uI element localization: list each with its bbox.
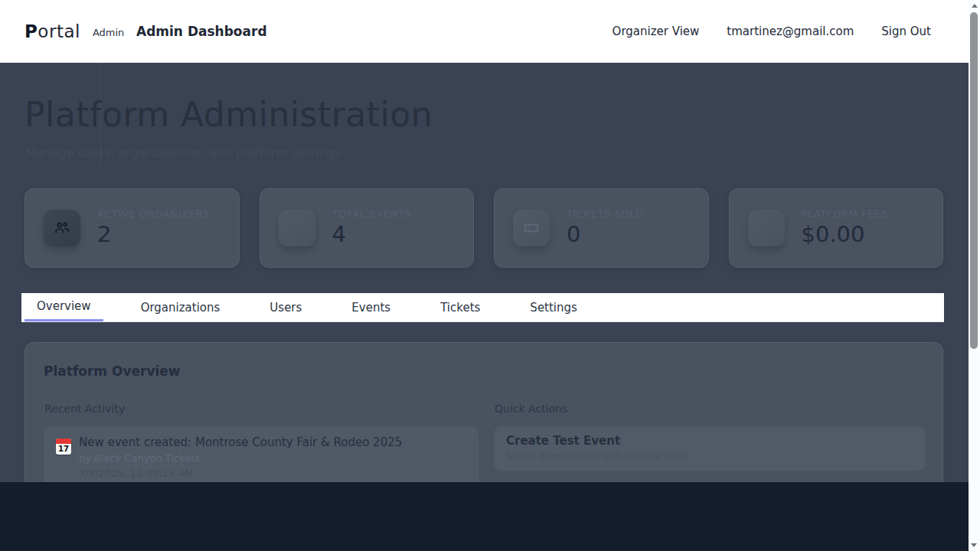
stat-card-platform-fees: PLATFORM FEES $0.00 xyxy=(729,188,944,268)
fees-icon xyxy=(748,210,785,246)
recent-activity-heading: Recent Activity xyxy=(44,403,125,415)
activity-timestamp: 7/8/2025, 11:48:15 AM xyxy=(79,468,193,479)
quick-actions-heading: Quick Actions xyxy=(495,403,567,415)
account-email: tmartinez@gmail.com xyxy=(727,24,854,38)
activity-title: New event created: Montrose County Fair … xyxy=(79,435,402,449)
cookie-consent-banner: Cookie Preferences We use essential cook… xyxy=(0,482,980,551)
header-nav: Organizer View tmartinez@gmail.com Sign … xyxy=(612,0,931,63)
quick-action-title: Create Test Event xyxy=(506,434,913,448)
sign-out-link[interactable]: Sign Out xyxy=(881,24,931,38)
panel-title: Platform Overview xyxy=(44,364,181,379)
tab-organizations[interactable]: Organizations xyxy=(129,293,233,321)
tab-overview[interactable]: Overview xyxy=(24,293,103,321)
stat-card-tickets-sold: TICKETS SOLD 0 xyxy=(494,188,709,268)
stat-label: PLATFORM FEES xyxy=(802,208,888,220)
stat-value: 2 xyxy=(97,221,111,247)
app-header: Portal Admin Admin Dashboard Organizer V… xyxy=(0,0,980,63)
tab-users[interactable]: Users xyxy=(257,293,314,321)
tab-events[interactable]: Events xyxy=(339,293,403,321)
admin-tabbar: Overview Organizations Users Events Tick… xyxy=(21,293,944,322)
ticket-icon xyxy=(513,210,550,246)
scrollbar-thumb[interactable] xyxy=(970,12,978,349)
create-test-event-action[interactable]: Create Test Event Setup demo event with … xyxy=(494,426,926,471)
scrollbar-up-arrow-icon[interactable] xyxy=(972,4,978,8)
calendar-icon xyxy=(279,210,315,246)
vertical-scrollbar[interactable] xyxy=(969,0,980,551)
stat-value: $0.00 xyxy=(802,221,865,247)
portal-logo[interactable]: Portal xyxy=(24,21,80,41)
admin-dashboard-screen: Platform Administration Manage users, or… xyxy=(0,0,980,551)
tab-settings[interactable]: Settings xyxy=(518,293,590,321)
admin-badge: Admin xyxy=(93,27,124,38)
platform-overview-panel: Platform Overview Recent Activity Quick … xyxy=(24,342,943,499)
page-subtitle: Manage users, organizations, and platfor… xyxy=(25,145,341,160)
stats-row: ACTIVE ORGANIZERS 2 TOTAL EVENTS 4 TICKE… xyxy=(24,188,943,268)
page-title: Platform Administration xyxy=(24,95,433,134)
stat-card-active-organizers: ACTIVE ORGANIZERS 2 xyxy=(24,188,240,268)
stat-card-total-events: TOTAL EVENTS 4 xyxy=(260,188,475,268)
quick-action-subtitle: Setup demo event with sample data xyxy=(506,450,913,461)
organizer-view-link[interactable]: Organizer View xyxy=(612,24,700,38)
scrollbar-down-arrow-icon[interactable] xyxy=(971,543,977,547)
calendar-icon: 17 xyxy=(56,439,71,455)
stat-value: 0 xyxy=(567,221,580,247)
tab-tickets[interactable]: Tickets xyxy=(428,293,492,321)
activity-organizer: by Black Canyon Tickets xyxy=(79,452,200,464)
stat-label: ACTIVE ORGANIZERS xyxy=(97,208,210,220)
stat-label: TICKETS SOLD xyxy=(567,208,644,220)
header-title: Admin Dashboard xyxy=(136,0,267,63)
stat-label: TOTAL EVENTS xyxy=(332,208,412,220)
people-group-icon xyxy=(44,210,80,246)
stat-value: 4 xyxy=(332,221,346,247)
